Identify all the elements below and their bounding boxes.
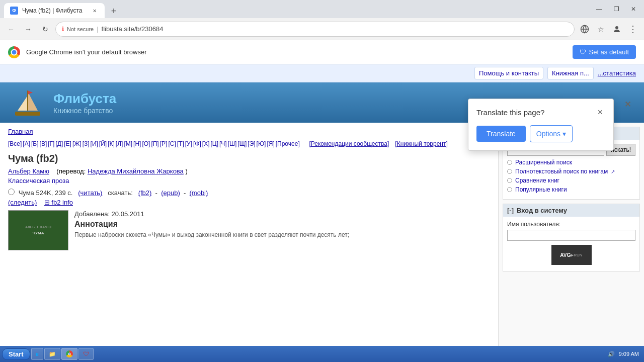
book-title: Чума (fb2) [8, 153, 490, 164]
epub-download-link[interactable]: (epub) [161, 189, 180, 197]
translate-options-button[interactable]: Options ▾ [530, 125, 573, 142]
added-date: Добавлена: 20.05.2011 [74, 210, 490, 218]
toolbar-right: ☆ ⋮ [578, 22, 640, 36]
antivirus-logo: AVG ▶RUN [551, 245, 592, 265]
help-link[interactable]: Помощь и контакты [474, 67, 543, 79]
forward-button[interactable]: → [21, 22, 35, 36]
translator-name[interactable]: Надежда Михайловна Жаркова [88, 167, 184, 175]
external-link-icon: ↗ [611, 169, 615, 174]
toolbar: ← → ↻ ℹ Not secure | flibusta.site/b/230… [0, 18, 644, 40]
statistics-link[interactable]: ...статистика [598, 69, 636, 77]
fb2-download-link[interactable]: (fb2) [138, 189, 152, 197]
book-download-row: Чума 524K, 239 с. (читать) скачать: (fb2… [8, 189, 490, 197]
community-recommendations-link[interactable]: [Рекомендации сообщества] [309, 140, 389, 147]
bookshelf-link[interactable]: Книжная п... [547, 67, 594, 79]
follow-link[interactable]: (следить) [8, 199, 37, 206]
breadcrumb[interactable]: Главная [8, 128, 490, 135]
folder-taskbar-item[interactable]: 📁 [44, 348, 60, 360]
reload-button[interactable]: ↻ [38, 22, 52, 36]
system-tray: 🔊 9:09 AM [605, 351, 642, 357]
translate-popup-title: Translate this page? [476, 108, 544, 117]
translate-button[interactable]: Translate [476, 126, 526, 142]
book-info-row: АЛЬБЕР КАМЮ ЧУМА Добавлена: 20.05.2011 А… [8, 210, 490, 250]
cover-title-text: ЧУМА [32, 231, 44, 235]
book-author-row: Альбер Камю (перевод: Надежда Михайловна… [8, 167, 490, 175]
minimize-button[interactable]: — [593, 3, 606, 16]
svg-marker-5 [18, 96, 28, 111]
address-bar[interactable]: ℹ Not secure | flibusta.site/b/230684 [55, 22, 575, 37]
book-torrent-link[interactable]: [Книжный торрент] [395, 140, 447, 147]
translate-dismiss-button[interactable]: ✕ [624, 100, 631, 109]
translator-prefix: (перевод: [56, 167, 86, 175]
translate-popup-close-button[interactable]: ✕ [595, 107, 605, 117]
login-section: [-] Вход в систему Имя пользователя: AVG… [503, 204, 640, 272]
url-separator: | [97, 25, 98, 33]
not-secure-label: Not secure [67, 26, 94, 32]
fulltext-search-link[interactable]: Полнотекстовый поиск по книгам ↗ [507, 168, 635, 175]
username-input[interactable] [507, 230, 635, 241]
download-label: скачать: [108, 189, 132, 197]
book-cover-image: АЛЬБЕР КАМЮ ЧУМА [8, 210, 68, 250]
tab-close-button[interactable]: ✕ [91, 7, 99, 15]
site-logo [10, 86, 45, 119]
chrome-taskbar-icon [66, 350, 73, 357]
svg-marker-4 [28, 92, 38, 111]
content-area: Помощь и контакты Книжная п... ...статис… [0, 64, 644, 362]
read-link[interactable]: (читать) [78, 189, 102, 197]
popular-books-link[interactable]: Популярные книги [507, 186, 635, 193]
new-tab-button[interactable]: + [107, 4, 121, 18]
ie-icon: e [36, 351, 39, 357]
notification-text: Google Chrome isn't your default browser [26, 48, 567, 56]
network-icon: 🔊 [608, 351, 615, 357]
site-slogan: Книжное братство [53, 107, 116, 115]
book-size-info: Чума 524K, 239 с. [19, 189, 73, 197]
book-category-link[interactable]: Классическая проза [8, 177, 490, 185]
tab-favicon: Ф [10, 7, 18, 15]
ie-taskbar-item[interactable]: e [31, 348, 43, 360]
author-name[interactable]: Альбер Камю [8, 167, 49, 175]
account-icon[interactable] [610, 22, 624, 36]
antivirus-text: AVG [560, 252, 571, 258]
chrome-taskbar-item[interactable] [61, 348, 77, 360]
radio-icon [507, 160, 512, 165]
advanced-search-link[interactable]: Расширенный поиск [507, 159, 635, 166]
site-nav: Помощь и контакты Книжная п... ...статис… [0, 64, 644, 82]
title-bar: Ф Чума (fb2) | Флибуста ✕ + — ❐ ✕ [0, 0, 644, 18]
taskbar: Start e 📁 🛡 🔊 9:09 AM [0, 346, 644, 362]
login-body: Имя пользователя: AVG ▶RUN [503, 217, 639, 271]
tab-title: Чума (fb2) | Флибуста [22, 7, 87, 14]
translate-popup: Translate this page? ✕ Translate Options… [468, 99, 614, 151]
antivirus-taskbar-icon: 🛡 [83, 350, 89, 357]
fb2info-link[interactable]: ⊞ fb2 info [44, 199, 73, 206]
url-display: flibusta.site/b/230684 [102, 25, 164, 33]
login-toggle[interactable]: [-] [507, 207, 514, 214]
time-display: 9:09 AM [619, 351, 639, 357]
translate-popup-header: Translate this page? ✕ [476, 107, 605, 117]
translate-icon[interactable] [578, 22, 592, 36]
shield-icon: 🛡 [580, 48, 586, 56]
radio-icon [507, 178, 512, 183]
login-section-title: Вход в систему [517, 207, 567, 214]
page-body: Главная [Все][А][Б][В][Г][Д][Е][Ж][З][И]… [0, 123, 644, 362]
tab-bar: Ф Чума (fb2) | Флибуста ✕ + [4, 0, 121, 18]
window-controls: — ❐ ✕ [593, 3, 640, 16]
translator-suffix: ) [185, 167, 187, 175]
antivirus-taskbar-item[interactable]: 🛡 [78, 348, 94, 360]
annotation-title: Аннотация [74, 220, 490, 229]
book-select-radio[interactable] [8, 189, 15, 195]
cover-author-text: АЛЬБЕР КАМЮ [25, 225, 51, 229]
active-tab[interactable]: Ф Чума (fb2) | Флибуста ✕ [4, 3, 105, 18]
back-button[interactable]: ← [4, 22, 18, 36]
start-button[interactable]: Start [2, 348, 30, 360]
maximize-button[interactable]: ❐ [610, 3, 623, 16]
mobi-download-link[interactable]: (mobi) [190, 189, 208, 197]
close-button[interactable]: ✕ [627, 3, 640, 16]
sidebar: [-] Поиск книг искать! Расширенный поиск [498, 123, 644, 362]
main-content: Главная [Все][А][Б][В][Г][Д][Е][Ж][З][И]… [0, 123, 498, 362]
folder-icon: 📁 [49, 351, 56, 357]
bookmark-star-icon[interactable]: ☆ [594, 22, 608, 36]
menu-icon[interactable]: ⋮ [626, 22, 640, 36]
compare-books-link[interactable]: Сравнение книг [507, 177, 635, 184]
radio-icon [507, 187, 512, 192]
set-default-button[interactable]: 🛡 Set as default [573, 45, 636, 59]
